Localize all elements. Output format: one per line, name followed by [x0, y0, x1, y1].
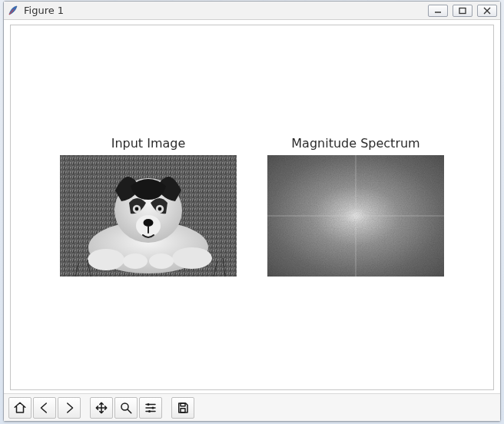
- maximize-icon: [458, 7, 467, 15]
- svg-point-19: [121, 403, 128, 410]
- svg-point-5: [88, 249, 124, 270]
- svg-point-20: [148, 403, 150, 406]
- svg-point-9: [135, 207, 139, 211]
- home-icon: [13, 401, 27, 415]
- figure-window: Figure 1 Input Image: [3, 1, 501, 422]
- save-icon: [176, 401, 190, 415]
- subplot-title: Input Image: [60, 136, 237, 151]
- maximize-button[interactable]: [453, 5, 472, 17]
- svg-rect-1: [459, 8, 466, 13]
- back-button[interactable]: [33, 397, 56, 419]
- svg-rect-24: [181, 408, 185, 412]
- magnitude-spectrum-image: [267, 155, 444, 277]
- subplot-row: Input Image: [11, 136, 493, 277]
- svg-point-13: [144, 219, 154, 227]
- subplot-magnitude-spectrum: Magnitude Spectrum: [267, 136, 444, 277]
- subplot-input-image: Input Image: [60, 136, 237, 277]
- forward-button[interactable]: [58, 397, 81, 419]
- svg-point-6: [172, 247, 212, 269]
- svg-rect-23: [181, 403, 185, 406]
- close-icon: [482, 7, 492, 15]
- svg-point-14: [123, 253, 148, 269]
- svg-point-15: [149, 253, 174, 269]
- back-icon: [38, 401, 51, 415]
- minimize-icon: [433, 7, 443, 15]
- input-image: [60, 155, 237, 277]
- canvas-frame: Input Image: [4, 20, 500, 393]
- svg-point-22: [148, 410, 151, 412]
- tk-feather-icon: [7, 5, 19, 17]
- window-controls: [428, 5, 497, 17]
- titlebar[interactable]: Figure 1: [4, 2, 500, 20]
- window-title: Figure 1: [24, 5, 428, 16]
- pan-icon: [94, 401, 108, 415]
- matplotlib-toolbar: [4, 393, 500, 421]
- svg-point-11: [158, 207, 162, 211]
- subplot-title: Magnitude Spectrum: [267, 136, 444, 151]
- forward-icon: [62, 401, 76, 415]
- sliders-icon: [144, 401, 158, 415]
- home-button[interactable]: [8, 397, 32, 419]
- zoom-button[interactable]: [114, 397, 138, 419]
- close-button[interactable]: [477, 5, 497, 17]
- figure-canvas[interactable]: Input Image: [10, 25, 494, 390]
- minimize-button[interactable]: [428, 5, 448, 17]
- save-button[interactable]: [171, 397, 194, 419]
- svg-point-21: [152, 406, 154, 409]
- configure-subplots-button[interactable]: [139, 397, 162, 419]
- pan-button[interactable]: [90, 397, 113, 419]
- zoom-icon: [119, 401, 133, 415]
